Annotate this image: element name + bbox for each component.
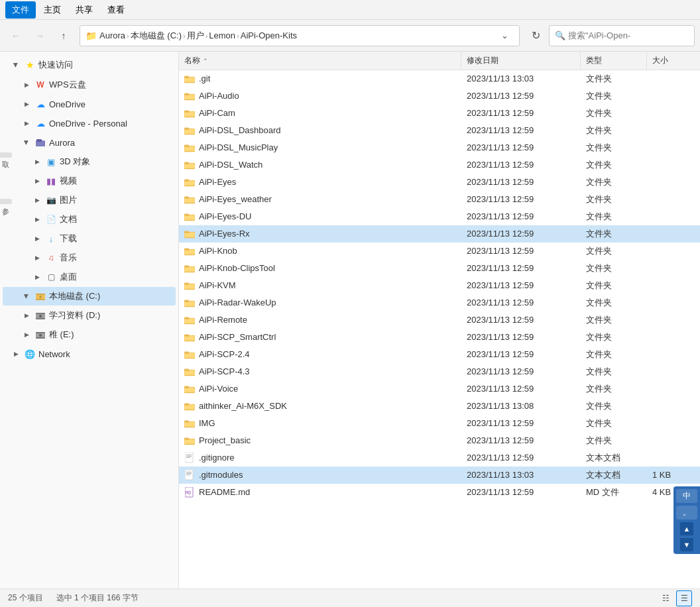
sidebar-item-local-c[interactable]: ▶ 本地磁盘 (C:) <box>3 287 176 305</box>
table-row[interactable]: AiPi-Knob-ClipsTool 2023/11/13 12:59 文件夹 <box>179 260 700 277</box>
sidebar-item-doc[interactable]: ▶ 📄 文档 <box>3 210 176 229</box>
table-row[interactable]: aithinker_Ai-M6X_SDK 2023/11/13 13:08 文件… <box>179 398 700 415</box>
file-icon <box>184 246 195 256</box>
desktop-label: 桌面 <box>60 271 170 283</box>
file-type: 文件夹 <box>581 193 647 205</box>
music-label: 音乐 <box>60 252 170 264</box>
table-row[interactable]: AiPi-Knob 2023/11/13 12:59 文件夹 <box>179 243 700 260</box>
file-modified: 2023/11/13 12:59 <box>461 298 581 307</box>
table-row[interactable]: AiPi-Voice 2023/11/13 12:59 文件夹 <box>179 380 700 398</box>
table-row[interactable]: AiPi-Eyes_weather 2023/11/13 12:59 文件夹 <box>179 191 700 208</box>
sidebar-item-desktop[interactable]: ▶ ▢ 桌面 <box>3 268 176 286</box>
back-button[interactable]: ← <box>5 25 27 46</box>
menu-file[interactable]: 文件 <box>5 1 36 19</box>
file-type: 文件夹 <box>581 90 647 102</box>
view-list-button[interactable]: ☰ <box>676 590 692 606</box>
address-refresh-button[interactable]: ⌄ <box>495 27 514 45</box>
sidebar-item-network[interactable]: ▶ 🌐 Network <box>3 345 176 363</box>
table-row[interactable]: AiPi-SCP_SmartCtrl 2023/11/13 12:59 文件夹 <box>179 329 700 346</box>
file-name-cell: AiPi-Cam <box>179 108 461 119</box>
breadcrumb-part-users[interactable]: 用户 <box>187 30 204 42</box>
search-input[interactable] <box>568 30 689 40</box>
up-button[interactable]: ↑ <box>53 25 74 46</box>
menu-view[interactable]: 查看 <box>101 1 131 19</box>
file-type: 文件夹 <box>581 435 647 447</box>
view-details-button[interactable]: ☷ <box>658 590 673 606</box>
sidebar-item-onedrive-personal[interactable]: ▶ ☁ OneDrive - Personal <box>3 114 176 133</box>
col-header-type[interactable]: 类型 <box>581 52 647 70</box>
table-row[interactable]: AiPi-DSL_MusicPlay 2023/11/13 12:59 文件夹 <box>179 139 700 156</box>
col-header-name[interactable]: 名称 ⌃ <box>179 52 461 70</box>
col-header-size[interactable]: 大小 <box>647 52 700 70</box>
refresh-button[interactable]: ↻ <box>525 25 546 46</box>
statusbar: 25 个项目 选中 1 个项目 166 字节 ☷ ☰ <box>0 588 700 607</box>
table-row[interactable]: AiPi-Remote 2023/11/13 12:59 文件夹 <box>179 311 700 329</box>
file-type: 文件夹 <box>581 142 647 154</box>
table-row[interactable]: AiPi-Eyes 2023/11/13 12:59 文件夹 <box>179 174 700 191</box>
file-name: AiPi-Cam <box>199 108 235 118</box>
file-name: AiPi-DSL_Dashboard <box>199 125 281 135</box>
video-label: 视频 <box>60 175 170 187</box>
table-row[interactable]: IMG 2023/11/13 12:59 文件夹 <box>179 415 700 432</box>
doc-label: 文档 <box>60 213 170 225</box>
forward-button[interactable]: → <box>29 25 50 46</box>
search-bar[interactable]: 🔍 <box>549 25 695 46</box>
file-icon <box>184 74 195 84</box>
address-bar[interactable]: 📁 Aurora › 本地磁盘 (C:) › 用户 › Lemon › AiPi… <box>80 25 520 46</box>
expand-arrow-quick: ▶ <box>11 60 21 70</box>
sidebar-item-onedrive[interactable]: ▶ ☁ OneDrive <box>3 95 176 113</box>
col-header-modified[interactable]: 修改日期 <box>461 52 581 70</box>
table-row[interactable]: .gitignore 2023/11/13 12:59 文本文档 <box>179 449 700 467</box>
file-name: AiPi-KVM <box>199 280 236 290</box>
sidebar-item-quick-access[interactable]: ▶ ★ 快速访问 <box>3 56 176 74</box>
menu-share[interactable]: 共享 <box>69 1 99 19</box>
sidebar-item-aurora[interactable]: ▶ Aurora <box>3 133 176 152</box>
sidebar-item-music[interactable]: ▶ ♫ 音乐 <box>3 248 176 267</box>
table-row[interactable]: AiPi-DSL_Dashboard 2023/11/13 12:59 文件夹 <box>179 122 700 139</box>
svg-rect-1 <box>36 139 42 142</box>
table-row[interactable]: .gitmodules 2023/11/13 13:03 文本文档 1 KB <box>179 467 700 484</box>
table-row[interactable]: Project_basic 2023/11/13 12:59 文件夹 <box>179 432 700 449</box>
table-row[interactable]: AiPi-DSL_Watch 2023/11/13 12:59 文件夹 <box>179 156 700 174</box>
file-modified: 2023/11/13 12:59 <box>461 349 581 359</box>
sidebar-item-download[interactable]: ▶ ↓ 下载 <box>3 229 176 248</box>
file-size: 1 KB <box>647 470 700 480</box>
table-row[interactable]: AiPi-Audio 2023/11/13 12:59 文件夹 <box>179 87 700 105</box>
ime-scroll-down[interactable]: ▼ <box>680 538 693 551</box>
table-row[interactable]: AiPi-KVM 2023/11/13 12:59 文件夹 <box>179 277 700 294</box>
breadcrumb-part-aurora[interactable]: Aurora <box>99 30 125 40</box>
file-type: 文件夹 <box>581 107 647 119</box>
table-row[interactable]: MD README.md 2023/11/13 12:59 MD 文件 4 KB <box>179 484 700 501</box>
breadcrumb-part-aipi[interactable]: AiPi-Open-Kits <box>241 30 297 40</box>
table-row[interactable]: AiPi-SCP-2.4 2023/11/13 12:59 文件夹 <box>179 346 700 363</box>
table-row[interactable]: AiPi-Eyes-Rx 2023/11/13 12:59 文件夹 <box>179 225 700 243</box>
3d-icon: ▣ <box>45 156 57 168</box>
table-row[interactable]: AiPi-Radar-WakeUp 2023/11/13 12:59 文件夹 <box>179 294 700 311</box>
file-name-cell: Project_basic <box>179 435 461 446</box>
file-type: 文件夹 <box>581 262 647 274</box>
ime-scroll-up[interactable]: ▲ <box>680 522 693 535</box>
file-icon <box>184 229 195 239</box>
file-name-cell: AiPi-Knob <box>179 246 461 256</box>
sidebar-item-picture[interactable]: ▶ 📷 图片 <box>3 191 176 209</box>
svg-rect-86 <box>184 387 195 392</box>
menu-home[interactable]: 主页 <box>37 1 68 19</box>
sidebar-item-e[interactable]: ▶ 稚 (E:) <box>3 325 176 344</box>
file-icon <box>184 263 195 274</box>
view-buttons: ☷ ☰ <box>658 590 692 606</box>
ime-punctuation[interactable]: 。 <box>676 506 697 520</box>
table-row[interactable]: AiPi-SCP-4.3 2023/11/13 12:59 文件夹 <box>179 363 700 380</box>
file-type: MD 文件 <box>581 486 647 498</box>
breadcrumb-part-lemon[interactable]: Lemon <box>209 30 235 40</box>
table-row[interactable]: AiPi-Eyes-DU 2023/11/13 12:59 文件夹 <box>179 208 700 225</box>
sidebar-item-wps[interactable]: ▶ W WPS云盘 <box>3 76 176 94</box>
sidebar-item-study-d[interactable]: ▶ 学习资料 (D:) <box>3 306 176 325</box>
ime-label[interactable]: 中 <box>676 489 697 503</box>
svg-rect-42 <box>184 197 195 203</box>
table-row[interactable]: .git 2023/11/13 13:03 文件夹 <box>179 70 700 87</box>
breadcrumb-part-c[interactable]: 本地磁盘 (C:) <box>131 30 182 42</box>
sidebar-item-video[interactable]: ▶ ▮▮ 视频 <box>3 172 176 190</box>
sidebar-item-3d[interactable]: ▶ ▣ 3D 对象 <box>3 152 176 171</box>
file-type: 文件夹 <box>581 400 647 412</box>
table-row[interactable]: AiPi-Cam 2023/11/13 12:59 文件夹 <box>179 105 700 122</box>
